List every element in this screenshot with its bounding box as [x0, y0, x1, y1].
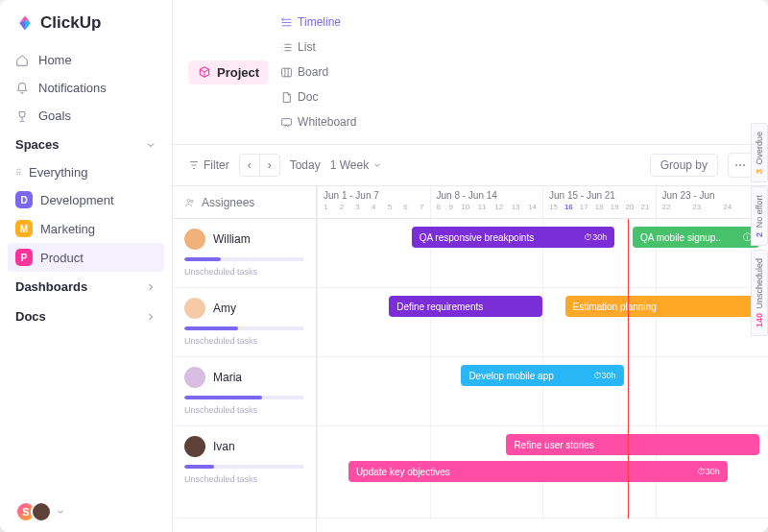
progress-bar: [184, 257, 304, 261]
docs-header[interactable]: Docs: [0, 302, 172, 331]
assignees-header: Assignees: [173, 186, 316, 219]
task-label: QA responsive breakpoints: [420, 232, 535, 243]
week-label: Jun 23 - Jun: [662, 190, 763, 201]
task-label: Define requirements: [396, 302, 483, 312]
avatar: [184, 298, 205, 319]
timeline-row: Define requirementsEstimation planning: [317, 288, 768, 357]
task-bar[interactable]: Develop mobile app⏱30h: [461, 365, 623, 386]
task-bar[interactable]: Refine user stories: [506, 434, 758, 455]
task-label: Update key objectives: [356, 467, 450, 477]
task-label: Develop mobile app: [468, 371, 553, 381]
nav-home[interactable]: Home: [0, 46, 172, 74]
next-button[interactable]: ›: [260, 155, 279, 176]
unscheduled-label: Unscheduled tasks: [184, 474, 304, 484]
day-row: 15161718192021: [549, 203, 650, 211]
prev-button[interactable]: ‹: [240, 155, 260, 176]
range-button[interactable]: 1 Week: [330, 158, 382, 172]
space-badge: P: [15, 249, 33, 266]
progress-bar: [184, 396, 304, 399]
list-icon: [280, 41, 293, 54]
sidebar-item-development[interactable]: DDevelopment: [0, 185, 172, 214]
more-button[interactable]: ⋯: [728, 153, 753, 178]
project-chip[interactable]: Project: [188, 60, 269, 85]
side-badge-unscheduled[interactable]: 140 Unscheduled: [751, 250, 768, 336]
task-bar[interactable]: Update key objectives⏱30h: [348, 461, 728, 482]
task-estimate: ⏱30h: [584, 232, 607, 242]
assignee-row: IvanUnscheduled tasks: [173, 426, 316, 519]
filter-icon: [188, 159, 200, 171]
unscheduled-label: Unscheduled tasks: [184, 336, 304, 346]
logo: ClickUp: [0, 13, 172, 46]
tab-whiteboard[interactable]: Whiteboard: [273, 109, 364, 134]
sidebar-item-product[interactable]: PProduct: [8, 243, 164, 272]
tab-timeline[interactable]: Timeline: [273, 10, 364, 35]
home-icon: [15, 54, 29, 67]
unassigned-row[interactable]: Unassigned: [173, 519, 316, 532]
day-row: 22232425: [662, 203, 763, 211]
timeline-row: Develop mobile app⏱30h: [317, 357, 768, 426]
task-bar[interactable]: QA mobile signup..ⓘ: [633, 227, 759, 248]
timeline-row: QA responsive breakpoints⏱30hQA mobile s…: [317, 219, 768, 288]
today-button[interactable]: Today: [290, 158, 321, 172]
task-bar[interactable]: Estimation planning: [565, 296, 759, 317]
chevron-down-icon: [56, 507, 65, 517]
svg-point-3: [191, 200, 194, 203]
dashboards-header[interactable]: Dashboards: [0, 272, 172, 302]
side-badge-overdue[interactable]: 3 Overdue: [751, 123, 768, 182]
now-line: [628, 219, 629, 519]
progress-bar: [184, 465, 304, 469]
timeline-icon: [280, 16, 293, 29]
task-label: Estimation planning: [573, 302, 657, 312]
group-by-button[interactable]: Group by: [650, 154, 718, 177]
space-badge: D: [15, 191, 33, 208]
assignee-name: Amy: [213, 302, 236, 315]
day-row: 891011121314: [437, 203, 538, 211]
assignee-name: Maria: [213, 371, 242, 384]
board-icon: [280, 66, 293, 79]
nav-goals[interactable]: Goals: [0, 102, 172, 130]
assignee-name: William: [213, 232, 251, 246]
svg-point-2: [187, 199, 190, 202]
nav-notifications[interactable]: Notifications: [0, 74, 172, 102]
tab-doc[interactable]: Doc: [273, 85, 364, 109]
task-label: Refine user stories: [514, 440, 593, 450]
spaces-header[interactable]: Spaces: [0, 130, 172, 159]
box-icon: [198, 65, 211, 79]
avatar: [184, 436, 205, 457]
assignee-row: WilliamUnscheduled tasks: [173, 219, 316, 288]
tab-board[interactable]: Board: [273, 60, 364, 85]
chevron-down-icon: [372, 160, 382, 170]
date-header: Jun 1 - Jun 71234567Jun 8 - Jun 14891011…: [317, 186, 768, 219]
assignee-row: MariaUnscheduled tasks: [173, 357, 316, 426]
user-avatar-stack[interactable]: S: [0, 501, 172, 522]
side-badge-no-effort[interactable]: 2 No effort: [751, 186, 768, 246]
trophy-icon: [15, 109, 29, 123]
brand-name: ClickUp: [40, 13, 101, 33]
chevron-right-icon: [145, 281, 156, 293]
sidebar-item-marketing[interactable]: MMarketing: [0, 214, 172, 243]
avatar: [184, 367, 205, 388]
whiteboard-icon: [280, 116, 293, 129]
unscheduled-label: Unscheduled tasks: [184, 267, 304, 277]
chevron-down-icon: [145, 139, 156, 151]
grid-icon: ⠿: [15, 168, 21, 178]
task-label: QA mobile signup..: [640, 232, 721, 243]
tab-list[interactable]: List: [273, 35, 364, 60]
users-icon: [184, 197, 196, 208]
sidebar-item-everything[interactable]: ⠿Everything: [0, 159, 172, 185]
space-badge: M: [15, 220, 33, 237]
logo-icon: [15, 13, 35, 33]
week-label: Jun 15 - Jun 21: [549, 190, 650, 201]
assignee-row: AmyUnscheduled tasks: [173, 288, 316, 357]
timeline-row: Refine user storiesUpdate key objectives…: [317, 426, 768, 519]
week-label: Jun 1 - Jun 7: [324, 190, 424, 201]
day-row: 1234567: [324, 203, 424, 211]
svg-rect-1: [282, 118, 292, 124]
date-nav-arrows: ‹ ›: [239, 154, 280, 177]
task-bar[interactable]: Define requirements: [389, 296, 542, 317]
task-bar[interactable]: QA responsive breakpoints⏱30h: [412, 227, 615, 248]
avatar: [184, 229, 205, 250]
assignee-name: Ivan: [213, 440, 235, 453]
filter-button[interactable]: Filter: [188, 158, 229, 172]
svg-rect-0: [282, 68, 292, 77]
